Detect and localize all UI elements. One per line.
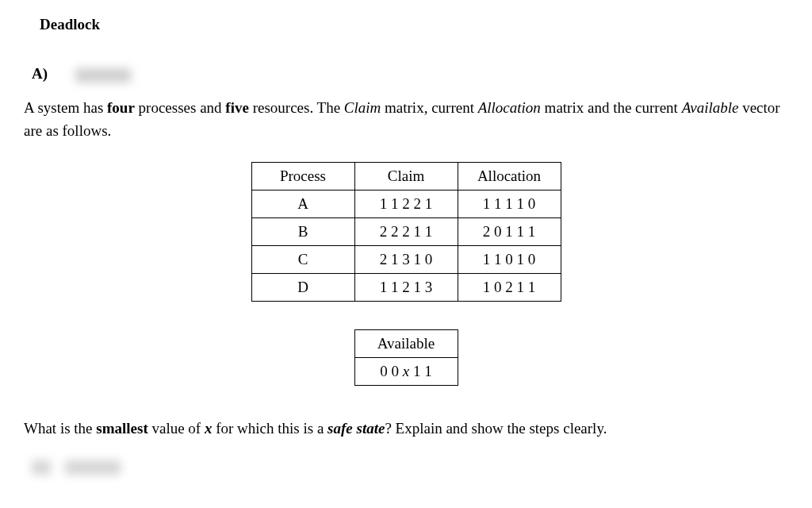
allocation-cell: 2 0 1 1 1 xyxy=(458,218,561,246)
q-text: for which this is a xyxy=(212,420,327,437)
desc-italic: Claim xyxy=(344,99,381,116)
q-text: value of xyxy=(148,420,205,437)
q-italic-bold: safe state xyxy=(327,420,385,437)
claim-cell: 1 1 2 1 3 xyxy=(354,274,458,302)
desc-text: matrix, current xyxy=(381,99,477,116)
available-pre: 0 0 xyxy=(380,363,403,379)
process-cell: A xyxy=(251,190,354,218)
desc-italic: Available xyxy=(682,99,739,116)
process-cell: C xyxy=(251,246,354,274)
desc-text: processes and xyxy=(135,99,226,116)
table-row: C 2 1 3 1 0 1 1 0 1 0 xyxy=(251,246,561,274)
main-table-container: Process Claim Allocation A 1 1 2 2 1 1 1… xyxy=(24,162,788,302)
header-cell: Available xyxy=(354,330,458,358)
part-label-text: A) xyxy=(32,65,48,82)
obscured-footer xyxy=(32,460,788,475)
allocation-cell: 1 1 1 1 0 xyxy=(458,190,561,218)
table-row: 0 0 x 1 1 xyxy=(354,358,458,386)
table-header-row: Available xyxy=(354,330,458,358)
desc-italic: Allocation xyxy=(478,99,541,116)
obscured-text-icon xyxy=(75,68,131,83)
claim-cell: 2 2 2 1 1 xyxy=(354,218,458,246)
part-label: A) xyxy=(32,65,788,83)
header-cell: Process xyxy=(251,163,354,190)
process-cell: B xyxy=(251,218,354,246)
desc-text: A system has xyxy=(24,99,107,116)
q-text: What is the xyxy=(24,420,96,437)
matrix-table: Process Claim Allocation A 1 1 2 2 1 1 1… xyxy=(251,162,561,302)
q-bold: smallest xyxy=(96,420,147,437)
desc-text: resources. The xyxy=(249,99,344,116)
allocation-cell: 1 0 2 1 1 xyxy=(458,274,561,302)
desc-bold: five xyxy=(225,99,249,116)
question-text: What is the smallest value of x for whic… xyxy=(24,418,788,441)
process-cell: D xyxy=(251,274,354,302)
header-cell: Allocation xyxy=(458,163,561,190)
obscured-text-icon xyxy=(32,460,51,475)
claim-cell: 2 1 3 1 0 xyxy=(354,246,458,274)
claim-cell: 1 1 2 2 1 xyxy=(354,190,458,218)
table-header-row: Process Claim Allocation xyxy=(251,163,561,190)
available-post: 1 1 xyxy=(409,363,432,379)
header-cell: Claim xyxy=(354,163,458,190)
available-cell: 0 0 x 1 1 xyxy=(354,358,458,386)
table-row: D 1 1 2 1 3 1 0 2 1 1 xyxy=(251,274,561,302)
page-title: Deadlock xyxy=(40,16,788,33)
available-var: x xyxy=(403,363,409,379)
q-text: ? Explain and show the steps clearly. xyxy=(385,420,607,437)
table-row: A 1 1 2 2 1 1 1 1 1 0 xyxy=(251,190,561,218)
available-table: Available 0 0 x 1 1 xyxy=(354,329,458,386)
allocation-cell: 1 1 0 1 0 xyxy=(458,246,561,274)
problem-description: A system has four processes and five res… xyxy=(24,97,788,142)
table-row: B 2 2 2 1 1 2 0 1 1 1 xyxy=(251,218,561,246)
desc-text: matrix and the current xyxy=(541,99,682,116)
available-table-container: Available 0 0 x 1 1 xyxy=(24,329,788,386)
obscured-text-icon xyxy=(65,460,121,475)
desc-bold: four xyxy=(107,99,135,116)
